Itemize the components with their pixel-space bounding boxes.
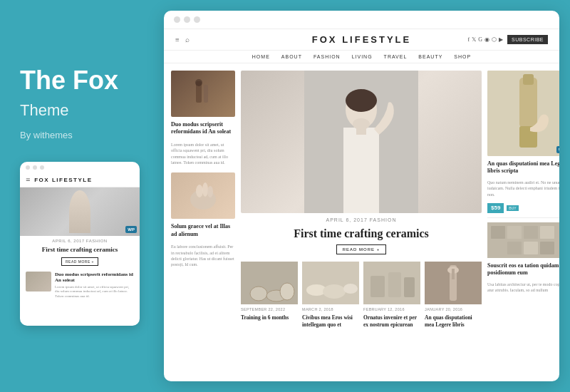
mobile-hero-image: WP [20,187,140,236]
instagram-icon[interactable]: ◉ [484,36,489,43]
mobile-top-bar [20,162,140,173]
bottom-img-1 [241,262,298,304]
col-center: APRIL 6, 2017 FASHION First time craftin… [241,71,482,374]
mobile-dot-1 [26,165,30,170]
article2-title: Solum graece vel at Illas ad alienum [171,223,235,238]
svg-point-2 [195,79,202,86]
article2-image [171,172,235,219]
mobile-thumb-row: Duo modus scripserit reformidans id An s… [20,268,140,302]
desktop-top-bar [164,11,559,29]
theme-by: By withemes [20,130,144,140]
youtube-icon[interactable]: ▶ [499,36,503,43]
svg-rect-1 [204,85,208,103]
desktop-mockup: ≡ ⌕ FOX LIFESTYLE f 𝕏 G ◉ ⬡ ▶ SUBSCRIBE … [164,11,559,381]
theme-title: The Fox [20,66,144,95]
desktop-search-icon[interactable]: ⌕ [185,36,190,43]
nav-about[interactable]: ABOUT [281,54,302,59]
nav-shop[interactable]: SHOP [454,54,471,59]
right-hero-desc: Quo natum neminem audiri ei. No ne unum … [487,180,559,197]
nav-living[interactable]: LIVING [352,54,373,59]
svg-point-6 [207,186,213,197]
svg-rect-24 [404,277,415,297]
svg-point-4 [196,185,203,197]
bottom-meta-4: JANUARY 20, 2016 [425,307,482,311]
facebook-icon[interactable]: f [468,36,470,43]
header-right: f 𝕏 G ◉ ⬡ ▶ SUBSCRIBE [468,35,548,44]
bottom-img-4 [425,262,482,304]
nav-fashion[interactable]: FASHION [314,54,341,59]
left-panel: The Fox Theme By withemes ≡ FOX LIFESTYL… [0,38,164,355]
mobile-post-title: First time crafting ceramics [20,244,140,255]
svg-point-14 [250,287,267,301]
svg-point-5 [202,182,208,197]
read-more-button[interactable]: READ MORE + [336,244,387,254]
theme-subtitle: Theme [20,101,144,120]
svg-point-20 [343,284,358,294]
right-thumb-title: Souscrit eos ea tation quidam posidionum… [487,262,559,277]
desktop-hamburger-icon[interactable]: ≡ [175,36,180,43]
divider [487,217,559,218]
col-left: Duo modus scripserit reformidans id An s… [171,71,235,374]
mobile-thumb [26,272,51,292]
bottom-meta-2: MARCH 2, 2018 [302,307,359,311]
svg-rect-40 [524,242,538,254]
price-section: $59 BUY [487,203,559,213]
bottom-item-4: JANUARY 20, 2016 An quas disputationi me… [425,262,482,329]
svg-rect-37 [540,226,554,239]
site-nav: HOME ABOUT FASHION LIVING TRAVEL BEAUTY … [164,51,559,63]
read-more-container[interactable]: READ MORE + [241,244,482,254]
article1-image [171,71,235,117]
social-icons: f 𝕏 G ◉ ⬡ ▶ [468,36,503,43]
svg-rect-22 [370,276,385,297]
bottom-grid: SEPTEMBER 22, 2022 Training in 6 months … [241,262,482,329]
mobile-wp-badge: WP [125,226,137,233]
nav-travel[interactable]: TRAVEL [384,54,408,59]
dribbble-icon[interactable]: ⬡ [492,36,497,43]
bottom-item-3: FEBRUARY 12, 2016 Ornatus invenire et pe… [363,262,420,329]
mobile-mockup: ≡ FOX LIFESTYLE WP APRIL 6, 2017 FASHION… [20,162,140,326]
mobile-dot-2 [33,165,37,170]
mobile-read-more-label[interactable]: READ MORE + [61,257,98,266]
bottom-title-1: Training in 6 months [241,314,298,321]
col-right: WP An quas disputationi mea Legere libri… [487,71,559,374]
svg-point-19 [323,284,346,299]
article1-title: Duo modus scripserit reformidans id An s… [171,121,235,136]
article1-desc: Lorem ipsum dolor sit amet, ut officia s… [171,142,235,166]
bottom-title-4: An quas disputationi mea Legere libris [425,314,482,329]
desktop-dot-1 [174,16,180,23]
bottom-item-1: SEPTEMBER 22, 2022 Training in 6 months [241,262,298,329]
bottom-title-2: Civibus mea Eros wisi intellegam quo et [302,314,359,329]
svg-rect-31 [523,74,534,85]
mobile-thumb-title: Duo modus scripserit reformidans id An s… [55,272,134,284]
nav-beauty[interactable]: BEAUTY [418,54,442,59]
svg-rect-28 [452,269,455,279]
svg-rect-34 [491,226,505,239]
mobile-read-more[interactable]: READ MORE + [20,255,140,268]
mobile-nav: ≡ FOX LIFESTYLE [20,173,140,187]
svg-rect-38 [491,242,505,254]
hero-image [241,71,482,213]
site-logo: FOX LIFESTYLE [312,34,411,45]
nav-home[interactable]: HOME [252,54,270,59]
mobile-dot-3 [40,165,44,170]
twitter-icon[interactable]: 𝕏 [472,36,476,43]
svg-point-12 [353,118,370,130]
header-left: ≡ ⌕ [175,36,190,43]
svg-rect-36 [524,226,538,239]
buy-tag[interactable]: BUY [507,205,518,211]
mobile-hero-bg [20,187,140,236]
mobile-post-meta: APRIL 6, 2017 FASHION [20,236,140,244]
subscribe-button[interactable]: SUBSCRIBE [507,35,548,44]
main-content: Duo modus scripserit reformidans id An s… [164,63,559,381]
article2-desc: Eu labore conclusionem affuisit. Per in … [171,244,235,268]
bottom-item-2: MARCH 2, 2018 Civibus mea Eros wisi inte… [302,262,359,329]
right-thumb-image [487,222,559,258]
mobile-site-title: FOX LIFESTYLE [34,177,92,183]
mobile-figure [69,190,90,233]
svg-rect-8 [343,128,379,213]
svg-rect-39 [507,242,522,254]
svg-rect-41 [540,242,554,254]
hamburger-icon[interactable]: ≡ [26,175,30,184]
google-plus-icon[interactable]: G [478,36,482,43]
bottom-meta-3: FEBRUARY 12, 2016 [363,307,420,311]
